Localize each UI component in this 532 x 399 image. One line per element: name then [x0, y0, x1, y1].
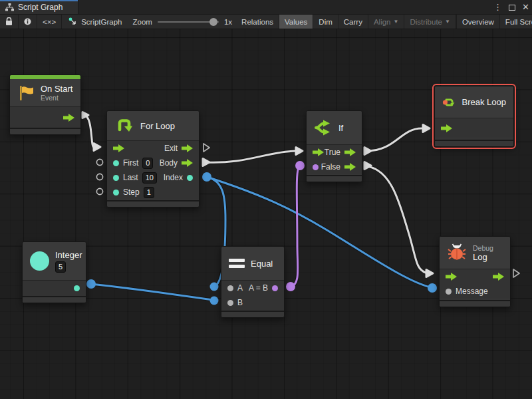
node-footer: [440, 300, 510, 307]
port-label-false: False: [321, 162, 340, 172]
port-label-first: First: [123, 158, 138, 168]
node-title: Equal: [251, 259, 273, 269]
zoom-control: Zoom 1x: [129, 15, 237, 29]
node-header: Break Loop: [435, 86, 513, 118]
chevron-down-icon: ▼: [445, 19, 450, 25]
condition-value-port[interactable]: [313, 164, 319, 170]
flow-in-port[interactable]: [446, 273, 457, 281]
chevron-down-icon: ▼: [394, 19, 399, 25]
flow-in-port[interactable]: [441, 124, 452, 132]
node-header: Integer 5: [23, 242, 86, 280]
flow-in-port[interactable]: [113, 144, 124, 152]
node-header: If: [307, 111, 362, 144]
toolbar-button-fullscreen[interactable]: Full Screen: [500, 15, 532, 29]
integer-output-port[interactable]: [74, 285, 80, 291]
node-break-loop[interactable]: Break Loop: [434, 86, 514, 147]
node-equal[interactable]: Equal A A = B B: [221, 246, 285, 318]
lock-icon: [5, 17, 13, 26]
toolbar-button-relations[interactable]: Relations: [236, 15, 279, 29]
edit-graph-button[interactable]: <×>: [37, 15, 62, 29]
node-if[interactable]: If True False: [306, 110, 362, 182]
step-value-field[interactable]: 1: [144, 187, 154, 198]
value-port-first[interactable]: [113, 160, 119, 166]
zoom-label: Zoom: [133, 18, 152, 26]
body-flow-port[interactable]: [182, 159, 193, 167]
node-integer[interactable]: Integer 5: [22, 241, 86, 303]
toolbar-button-carry[interactable]: Carry: [338, 15, 368, 29]
button-label: Full Screen: [505, 18, 532, 26]
tab-title: Script Graph: [18, 3, 63, 12]
port-label-message: Message: [456, 287, 488, 296]
node-title: On Start: [41, 84, 72, 94]
close-icon[interactable]: ✕: [522, 0, 529, 15]
toolbar-button-values[interactable]: Values: [279, 15, 313, 29]
zoom-value: 1x: [224, 18, 232, 26]
node-header: Debug Log: [440, 237, 510, 269]
index-value-port[interactable]: [187, 175, 193, 181]
port-label-exit: Exit: [164, 144, 178, 153]
node-title: Log: [473, 252, 493, 262]
integer-value-field[interactable]: 5: [55, 261, 66, 273]
lock-button[interactable]: [0, 15, 19, 29]
port-label-true: True: [325, 148, 340, 157]
button-label: Carry: [344, 18, 362, 26]
node-header: Equal: [221, 247, 284, 280]
integer-circle-icon: [30, 251, 49, 271]
input-port-b[interactable]: [227, 300, 233, 306]
node-for-loop[interactable]: For Loop Exit First 0: [106, 110, 200, 207]
message-input-port[interactable]: [446, 289, 452, 295]
flow-in-port[interactable]: [313, 148, 324, 156]
value-port-step[interactable]: [113, 190, 119, 196]
branch-icon: [314, 118, 332, 137]
node-header: On Start Event: [10, 79, 80, 106]
value-port-last[interactable]: [113, 175, 119, 181]
button-label: Relations: [241, 18, 273, 26]
script-graph-icon: [68, 17, 77, 26]
node-footer: [307, 175, 362, 182]
button-label: Overview: [462, 18, 494, 26]
button-label: Align: [374, 18, 391, 26]
kebab-menu-icon[interactable]: ⋮: [493, 0, 502, 15]
node-on-start[interactable]: On Start Event: [9, 74, 81, 135]
graph-toolbar: <×> ScriptGraph Zoom 1x Relations Values…: [0, 15, 532, 29]
toolbar-button-distribute[interactable]: Distribute ▼: [404, 15, 456, 29]
port-label-step: Step: [123, 188, 140, 197]
code-icon: <×>: [43, 18, 56, 26]
node-header: For Loop: [107, 111, 199, 140]
input-port-a[interactable]: [227, 285, 233, 291]
exit-flow-port[interactable]: [182, 144, 193, 152]
first-value-field[interactable]: 0: [142, 158, 153, 169]
result-output-port[interactable]: [272, 285, 278, 291]
last-value-field[interactable]: 10: [142, 172, 157, 184]
zoom-slider-handle[interactable]: [209, 18, 217, 26]
maximize-icon[interactable]: [509, 5, 515, 11]
false-flow-port[interactable]: [344, 163, 356, 171]
node-footer: [10, 128, 80, 134]
flow-out-port[interactable]: [63, 114, 74, 122]
node-title: If: [338, 123, 343, 133]
port-label-last: Last: [123, 173, 138, 182]
tab-script-graph[interactable]: Script Graph: [0, 0, 78, 14]
inspect-button[interactable]: [19, 15, 37, 29]
equals-icon: [229, 259, 245, 268]
node-category: Debug: [473, 244, 493, 252]
graph-name-label: ScriptGraph: [81, 18, 122, 26]
toolbar-button-overview[interactable]: Overview: [457, 15, 500, 29]
port-label-index: Index: [164, 173, 183, 182]
zoom-slider[interactable]: [158, 21, 219, 23]
break-loop-icon: [442, 92, 456, 112]
toolbar-button-align[interactable]: Align ▼: [368, 15, 405, 29]
node-title: Break Loop: [462, 97, 507, 107]
true-flow-port[interactable]: [344, 148, 356, 156]
window-controls: ⋮ ✕: [493, 0, 529, 15]
node-footer: [221, 311, 284, 317]
flow-out-port[interactable]: [493, 273, 504, 281]
port-label-body: Body: [160, 158, 178, 168]
node-debug-log[interactable]: Debug Log Message: [439, 236, 511, 307]
script-graph-window: Script Graph ⋮ ✕ <×>: [0, 0, 532, 399]
port-label-b: B: [237, 298, 243, 307]
node-subtitle: Event: [41, 94, 72, 102]
port-label-a: A: [237, 283, 243, 293]
graph-breadcrumb[interactable]: ScriptGraph: [62, 15, 128, 29]
toolbar-button-dim[interactable]: Dim: [313, 15, 338, 29]
